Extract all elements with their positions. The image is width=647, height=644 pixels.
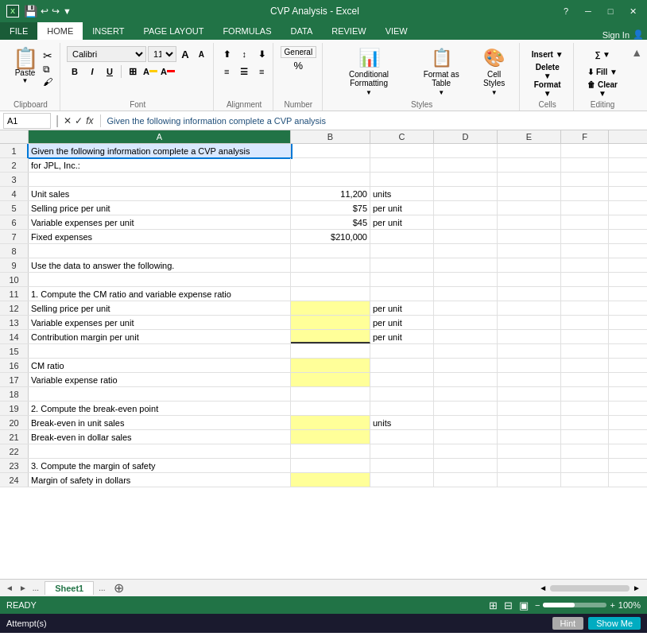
cell[interactable] [561, 244, 609, 258]
cell[interactable] [291, 330, 370, 343]
cell[interactable] [434, 301, 498, 315]
align-middle-button[interactable]: ↕ [236, 46, 252, 62]
align-top-button[interactable]: ⬆ [219, 46, 234, 62]
cell[interactable] [434, 387, 498, 401]
cell[interactable] [434, 344, 498, 358]
cell[interactable]: per unit [370, 301, 434, 315]
cell[interactable] [434, 144, 498, 157]
decrease-font-button[interactable]: A [194, 46, 208, 62]
cell[interactable] [561, 402, 609, 415]
cell[interactable] [561, 144, 609, 157]
cell[interactable] [498, 287, 561, 301]
collapse-ribbon-button[interactable]: ▲ [631, 46, 642, 59]
sign-in[interactable]: Sign In 👤 [602, 29, 644, 40]
copy-button[interactable]: ⧉ [43, 64, 52, 75]
cell[interactable] [434, 402, 498, 415]
conditional-formatting-button[interactable]: 📊 Conditional Formatting ▼ [329, 46, 409, 94]
cell[interactable] [434, 258, 498, 272]
cell[interactable] [498, 359, 561, 372]
cell[interactable] [370, 473, 434, 487]
cell[interactable] [498, 258, 561, 272]
add-sheet-button[interactable]: ⊕ [110, 580, 127, 596]
cell[interactable] [561, 444, 609, 458]
cell[interactable] [434, 287, 498, 301]
cell[interactable] [498, 301, 561, 315]
cell[interactable] [434, 187, 498, 200]
bold-button[interactable]: B [67, 64, 83, 80]
cell[interactable] [561, 373, 609, 386]
cell[interactable]: Given the following information complete… [29, 144, 291, 157]
align-center-button[interactable]: ☰ [236, 64, 252, 80]
cell-reference-input[interactable] [3, 113, 51, 129]
cell[interactable]: 1. Compute the CM ratio and variable exp… [29, 287, 291, 301]
align-right-button[interactable]: ≡ [254, 64, 269, 80]
sheet-tab-sheet1[interactable]: Sheet1 [45, 581, 94, 595]
hint-button[interactable]: Hint [552, 617, 584, 630]
font-family-select[interactable]: Calibri [67, 46, 146, 62]
tab-view[interactable]: VIEW [376, 22, 417, 40]
fx-label[interactable]: fx [86, 115, 93, 126]
cell[interactable] [498, 344, 561, 358]
zoom-out-button[interactable]: − [535, 600, 540, 610]
tab-insert[interactable]: INSERT [83, 22, 134, 40]
cell[interactable] [498, 187, 561, 200]
cell[interactable]: $45 [291, 215, 370, 229]
confirm-formula-icon[interactable]: ✓ [75, 115, 83, 126]
zoom-in-button[interactable]: + [610, 600, 614, 610]
cell[interactable] [561, 287, 609, 301]
cell[interactable] [370, 387, 434, 401]
format-cells-button[interactable]: Format ▼ [526, 81, 568, 97]
cell[interactable]: Variable expense ratio [29, 373, 291, 386]
clear-button[interactable]: 🗑 Clear ▼ [580, 81, 625, 97]
cell[interactable] [434, 373, 498, 386]
quick-access-undo[interactable]: ↩ [41, 6, 48, 17]
cell[interactable] [434, 416, 498, 429]
cell[interactable] [291, 287, 370, 301]
close-button[interactable]: ✕ [625, 3, 641, 19]
tab-file[interactable]: FILE [0, 22, 37, 40]
italic-button[interactable]: I [84, 64, 100, 80]
quick-access-customize[interactable]: ▼ [63, 6, 72, 16]
h-scroll-right[interactable]: ► [633, 584, 641, 592]
cell[interactable] [370, 244, 434, 258]
cell[interactable] [434, 244, 498, 258]
fill-color-button[interactable]: A [142, 64, 158, 80]
cell[interactable]: Fixed expenses [29, 230, 291, 243]
cell[interactable] [561, 387, 609, 401]
cell-styles-button[interactable]: 🎨 Cell Styles ▼ [474, 46, 514, 94]
cell[interactable] [29, 244, 291, 258]
cell[interactable] [370, 287, 434, 301]
cell[interactable] [498, 158, 561, 172]
cell[interactable]: 2. Compute the break-even point [29, 402, 291, 415]
cell[interactable] [561, 258, 609, 272]
formula-input[interactable] [107, 116, 645, 126]
cell[interactable] [498, 244, 561, 258]
cell[interactable]: units [370, 187, 434, 200]
cell[interactable] [291, 473, 370, 487]
cell[interactable] [291, 258, 370, 272]
cell[interactable] [291, 416, 370, 429]
cut-button[interactable]: ✂ [43, 49, 52, 62]
cell[interactable] [29, 387, 291, 401]
cell[interactable] [561, 301, 609, 315]
cell[interactable]: Margin of safety in dollars [29, 473, 291, 487]
cell[interactable] [498, 173, 561, 186]
cell[interactable] [370, 158, 434, 172]
cell[interactable] [561, 173, 609, 186]
minimize-button[interactable]: ─ [580, 3, 596, 19]
cell[interactable]: $75 [291, 201, 370, 215]
cell[interactable] [434, 230, 498, 243]
cell[interactable]: CM ratio [29, 359, 291, 372]
cell[interactable] [498, 215, 561, 229]
col-header-a[interactable]: A [29, 130, 291, 143]
cancel-formula-icon[interactable]: ✕ [64, 115, 72, 126]
fill-button[interactable]: ⬇ Fill ▼ [583, 64, 622, 80]
quick-access-save[interactable]: 💾 [24, 5, 37, 17]
zoom-slider[interactable] [543, 603, 606, 607]
cell[interactable] [370, 402, 434, 415]
cell[interactable] [370, 144, 434, 157]
cell[interactable] [370, 444, 434, 458]
tab-data[interactable]: DATA [281, 22, 323, 40]
cell[interactable] [370, 173, 434, 186]
cell[interactable] [561, 430, 609, 444]
